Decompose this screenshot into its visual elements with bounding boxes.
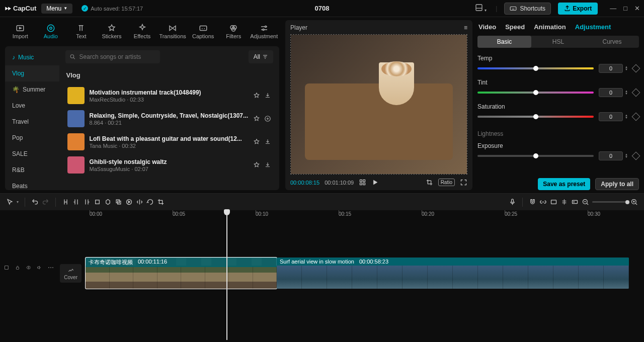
cover-button[interactable]: Cover	[60, 264, 82, 283]
split-left-icon[interactable]	[72, 198, 80, 206]
crop-icon[interactable]	[426, 179, 433, 186]
sidebar-item-pop[interactable]: Pop	[5, 130, 59, 146]
add-icon[interactable]	[264, 115, 271, 122]
time-ruler[interactable]: 00:0000:0500:1000:1500:2000:2500:30	[86, 210, 644, 221]
maximize-icon[interactable]: □	[623, 5, 627, 12]
exposure-slider[interactable]	[477, 155, 594, 157]
saturation-value[interactable]	[599, 112, 623, 121]
tab-video[interactable]: Video	[478, 23, 496, 31]
sidebar-item-summer[interactable]: 🌴 Summer	[5, 81, 59, 98]
subtab-curves[interactable]: Curves	[585, 36, 639, 48]
download-icon[interactable]	[264, 138, 271, 145]
favorite-icon[interactable]	[253, 161, 260, 168]
temp-value[interactable]	[599, 64, 623, 73]
eye-icon[interactable]	[26, 264, 31, 271]
layout-icon[interactable]: ▾	[473, 3, 489, 14]
track-item[interactable]: Motivation instrumental track(1048499) M…	[65, 84, 273, 107]
player-viewport[interactable]	[290, 34, 467, 175]
select-tool-icon[interactable]	[6, 198, 14, 206]
tab-adjustment-asset[interactable]: Adjustment	[249, 20, 280, 42]
sidebar-item-love[interactable]: Love	[5, 98, 59, 114]
menu-button[interactable]: Menu ▼	[41, 4, 72, 14]
shortcuts-button[interactable]: Shortcuts	[504, 3, 551, 15]
play-icon[interactable]	[371, 179, 379, 186]
exposure-keyframe-icon[interactable]	[632, 152, 640, 160]
ratio-button[interactable]: Ratio	[438, 179, 455, 186]
split-right-icon[interactable]	[83, 198, 91, 206]
clip-2[interactable]: Surf aerial view in slow motion00:00:58:…	[277, 258, 629, 289]
sidebar-item-beats[interactable]: Beats	[5, 178, 59, 190]
download-icon[interactable]	[264, 92, 271, 99]
zoom-out-icon[interactable]	[582, 198, 589, 206]
mute-icon[interactable]	[37, 264, 42, 271]
preview-icon[interactable]	[550, 198, 557, 206]
player-menu-icon[interactable]: ≡	[464, 24, 467, 31]
track-item[interactable]: Lofi Beat with a pleasant guitar and wat…	[65, 130, 273, 153]
close-icon[interactable]: ✕	[634, 5, 640, 12]
sidebar-item-rnb[interactable]: R&B	[5, 162, 59, 178]
rotate-icon[interactable]	[146, 198, 154, 206]
zoom-fit-icon[interactable]	[630, 198, 638, 206]
thumbnail-icon[interactable]	[571, 198, 579, 206]
tab-audio[interactable]: Audio	[36, 20, 66, 42]
align-icon[interactable]	[560, 198, 568, 206]
saturation-slider[interactable]	[477, 116, 594, 118]
tab-animation[interactable]: Animation	[534, 23, 566, 31]
magnet-icon[interactable]	[529, 198, 536, 206]
tab-transitions[interactable]: Transitions	[157, 20, 188, 42]
fullscreen-icon[interactable]	[460, 179, 467, 186]
zoom-slider[interactable]	[592, 201, 627, 203]
sidebar-item-sale[interactable]: SALE	[5, 146, 59, 162]
sidebar-item-travel[interactable]: Travel	[5, 114, 59, 130]
tab-stickers[interactable]: Stickers	[97, 20, 127, 42]
save-preset-button[interactable]: Save as preset	[538, 178, 590, 190]
mirror-icon[interactable]	[136, 198, 143, 206]
tint-keyframe-icon[interactable]	[632, 89, 640, 97]
undo-icon[interactable]	[31, 198, 39, 206]
exposure-value[interactable]	[599, 151, 623, 160]
saturation-keyframe-icon[interactable]	[632, 113, 640, 121]
search-input[interactable]	[65, 50, 160, 63]
tab-adjustment[interactable]: Adjustment	[575, 23, 611, 31]
marker-icon[interactable]	[104, 198, 112, 206]
track-options-icon[interactable]	[4, 264, 9, 271]
apply-all-button[interactable]: Apply to all	[595, 178, 639, 190]
subtab-hsl[interactable]: HSL	[531, 36, 585, 48]
playhead[interactable]	[226, 210, 227, 340]
all-filter-button[interactable]: All	[249, 50, 273, 63]
redo-icon[interactable]	[42, 198, 49, 206]
sidebar-music-heading[interactable]: ♪ Music	[5, 49, 59, 65]
exposure-label: Exposure	[477, 142, 639, 149]
mic-icon[interactable]	[509, 198, 516, 206]
crop-tool-icon[interactable]	[157, 198, 165, 206]
subtab-basic[interactable]: Basic	[477, 36, 531, 48]
favorite-icon[interactable]	[253, 92, 260, 99]
export-button[interactable]: Export	[558, 3, 598, 15]
copy-icon[interactable]	[115, 198, 122, 206]
split-icon[interactable]	[62, 198, 69, 206]
favorite-icon[interactable]	[253, 138, 260, 145]
tab-filters[interactable]: Filters	[218, 20, 249, 42]
temp-slider[interactable]	[477, 67, 594, 69]
reverse-icon[interactable]	[125, 198, 133, 206]
grid-icon[interactable]	[359, 179, 366, 186]
download-icon[interactable]	[264, 161, 271, 168]
tab-speed[interactable]: Speed	[505, 23, 525, 31]
track-item[interactable]: Ghibli-style nostalgic waltz MaSssuguMus…	[65, 153, 273, 177]
svg-rect-23	[573, 200, 578, 203]
delete-icon[interactable]	[94, 198, 101, 206]
link-icon[interactable]	[539, 198, 547, 206]
track-item[interactable]: Relaxing, Simple, Countryside, Travel, N…	[65, 107, 273, 130]
tab-captions[interactable]: Captions	[188, 20, 218, 42]
tab-import[interactable]: Import	[5, 20, 36, 42]
favorite-icon[interactable]	[253, 115, 260, 122]
tint-slider[interactable]	[477, 92, 594, 94]
temp-keyframe-icon[interactable]	[632, 64, 640, 73]
tab-effects[interactable]: Effects	[127, 20, 157, 42]
tint-value[interactable]	[599, 88, 623, 97]
clip-1[interactable]: 卡布奇诺咖啡视频00:00:11:16	[86, 258, 277, 289]
tab-text[interactable]: Text	[66, 20, 97, 42]
sidebar-item-vlog[interactable]: Vlog	[5, 65, 59, 81]
minimize-icon[interactable]: —	[610, 5, 616, 12]
lock-icon[interactable]	[15, 264, 20, 271]
